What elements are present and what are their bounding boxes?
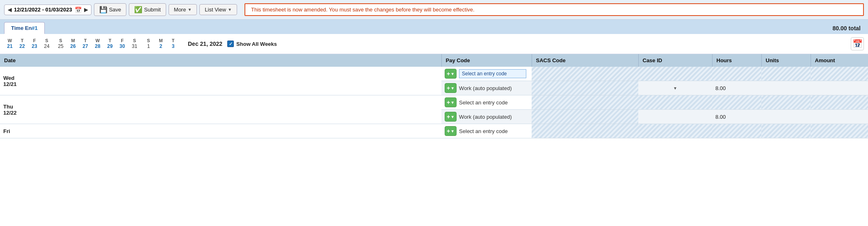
dropdown-icon: ▼ — [450, 129, 455, 133]
plus-icon: + — [447, 70, 450, 77]
prev-date-button[interactable]: ◀ — [8, 7, 11, 13]
add-entry-button-wed-2[interactable]: + ▼ — [445, 83, 457, 93]
add-entry-button-fri-1[interactable]: + ▼ — [445, 126, 457, 136]
tab-label: Time En — [11, 25, 32, 31]
units-cell-wed-1 — [761, 67, 811, 81]
day-sun-25[interactable]: S 25 — [55, 38, 66, 50]
units-cell-thu-1 — [761, 95, 811, 110]
table-row: Fri + ▼ Select an entry code — [0, 124, 868, 138]
more-button[interactable]: More ▼ — [169, 4, 197, 15]
next-date-button[interactable]: ▶ — [84, 7, 88, 13]
add-btn-cell-fri-1: + ▼ Select an entry code — [441, 124, 532, 138]
pay-code-text-wed-2: Work (auto populated) — [459, 85, 512, 91]
day-tue-3[interactable]: T 3 — [167, 38, 179, 50]
dropdown-icon: ▼ — [450, 72, 455, 76]
date-cell-fri: Fri — [0, 124, 441, 138]
hours-value-wed-2: 8.00 — [715, 85, 726, 91]
add-entry-button-wed-1[interactable]: + ▼ — [445, 69, 457, 79]
save-label: Save — [109, 7, 121, 13]
case-id-cell-thu-2 — [638, 110, 712, 124]
add-btn-cell-wed-2: + ▼ Work (auto populated) — [441, 81, 532, 95]
submit-icon: ✅ — [134, 6, 142, 14]
alert-message: This timesheet is now amended. You must … — [244, 3, 864, 16]
submit-button[interactable]: ✅ Submit — [129, 3, 166, 16]
week-group-3: S 1 M 2 T 3 — [143, 38, 179, 50]
list-view-button[interactable]: List View ▼ — [199, 4, 237, 15]
pay-code-text-thu-2: Work (auto populated) — [459, 114, 512, 120]
table-row: Thu 12/22 + ▼ Select an entry code — [0, 95, 868, 110]
amount-cell-wed-2 — [811, 81, 868, 95]
case-id-cell-thu-1 — [638, 95, 712, 110]
add-btn-cell-wed-1: + ▼ — [441, 67, 532, 81]
list-view-label: List View — [205, 7, 226, 13]
show-all-weeks-control: ✓ Show All Weeks — [227, 41, 277, 47]
pay-code-text-thu-1: Select an entry code — [459, 99, 508, 106]
day-fri-23[interactable]: F 23 — [29, 38, 40, 50]
plus-icon: + — [447, 85, 450, 91]
sacs-code-cell-thu-2 — [532, 110, 638, 124]
hours-cell-wed-1 — [712, 67, 761, 81]
dropdown-icon: ▼ — [450, 86, 455, 90]
plus-icon: + — [447, 99, 450, 106]
units-cell-wed-2 — [761, 81, 811, 95]
day-thu-22[interactable]: T 22 — [16, 38, 28, 50]
day-tue-27[interactable]: T 27 — [80, 38, 91, 50]
col-header-amount: Amount — [811, 54, 868, 67]
day-mon-2[interactable]: M 2 — [155, 38, 167, 50]
case-id-cell-fri-1 — [638, 124, 712, 138]
sacs-code-cell-wed-1 — [532, 67, 638, 81]
pay-code-input-wed-1[interactable] — [459, 69, 526, 78]
date-cell-wed: Wed 12/21 — [0, 67, 441, 95]
add-entry-button-thu-2[interactable]: + ▼ — [445, 112, 457, 122]
day-wed-28[interactable]: W 28 — [92, 38, 103, 50]
day-sat-31[interactable]: S 31 — [129, 38, 140, 50]
add-btn-cell-thu-1: + ▼ Select an entry code — [441, 95, 532, 110]
calendar-icon[interactable]: 📅 — [75, 7, 82, 13]
week-group-2: S 25 M 26 T 27 W 28 T 29 F 30 — [55, 38, 140, 50]
day-sun-1[interactable]: S 1 — [143, 38, 154, 50]
day-sat-24[interactable]: S 24 — [41, 38, 53, 50]
table-row: Wed 12/21 + ▼ — [0, 67, 868, 81]
amount-cell-fri-1 — [811, 124, 868, 138]
save-button[interactable]: 💾 Save — [94, 3, 127, 16]
case-id-cell-wed-1 — [638, 67, 712, 81]
day-thu-29[interactable]: T 29 — [104, 38, 116, 50]
date-range-nav: ◀ 12/21/2022 - 01/03/2023 📅 ▶ — [4, 5, 91, 15]
tab-number: #1 — [32, 25, 37, 31]
col-header-pay-code: Pay Code — [441, 54, 532, 67]
units-cell-fri-1 — [761, 124, 811, 138]
col-header-sacs-code: SACS Code — [532, 54, 638, 67]
add-btn-cell-thu-2: + ▼ Work (auto populated) — [441, 110, 532, 124]
more-dropdown-icon: ▼ — [187, 7, 192, 12]
sacs-code-cell-thu-1 — [532, 95, 638, 110]
tab-bar: Time En #1 80.00 total — [0, 20, 868, 34]
sacs-code-cell-wed-2 — [532, 81, 638, 95]
hours-cell-thu-2: 8.00 — [712, 110, 761, 124]
col-header-date: Date — [0, 54, 441, 67]
hours-value-thu-2: 8.00 — [715, 114, 726, 120]
toolbar: ◀ 12/21/2022 - 01/03/2023 📅 ▶ 💾 Save ✅ S… — [0, 0, 868, 20]
dropdown-icon: ▼ — [450, 100, 455, 105]
day-fri-30[interactable]: F 30 — [116, 38, 128, 50]
total-label: 80.00 total — [833, 25, 864, 34]
add-entry-button-thu-1[interactable]: + ▼ — [445, 97, 457, 107]
calendar-view-icon[interactable]: 📅 12 — [851, 37, 864, 50]
day-wed-21[interactable]: W 21 — [4, 38, 16, 50]
week-group-1: W 21 T 22 F 23 S 24 — [4, 38, 53, 50]
case-id-cell-wed-2: ▼ — [638, 81, 712, 95]
submit-label: Submit — [144, 7, 160, 13]
weeks-container: W 21 T 22 F 23 S 24 S 25 M — [4, 38, 181, 50]
save-icon: 💾 — [99, 6, 107, 14]
tab-time-entry[interactable]: Time En #1 — [4, 22, 45, 34]
date-range-label: 12/21/2022 - 01/03/2023 — [14, 7, 72, 13]
amount-cell-wed-1 — [811, 67, 868, 81]
show-all-weeks-checkbox[interactable]: ✓ — [227, 41, 234, 47]
col-header-units: Units — [761, 54, 811, 67]
weeks-row: W 21 T 22 F 23 S 24 S 25 M — [0, 34, 868, 54]
show-all-weeks-label: Show All Weeks — [236, 41, 277, 47]
case-id-dropdown-icon[interactable]: ▼ — [673, 86, 677, 90]
units-cell-thu-2 — [761, 110, 811, 124]
current-date-label: Dec 21, 2022 — [188, 41, 222, 47]
col-header-case-id: Case ID — [638, 54, 712, 67]
day-mon-26[interactable]: M 26 — [67, 38, 79, 50]
